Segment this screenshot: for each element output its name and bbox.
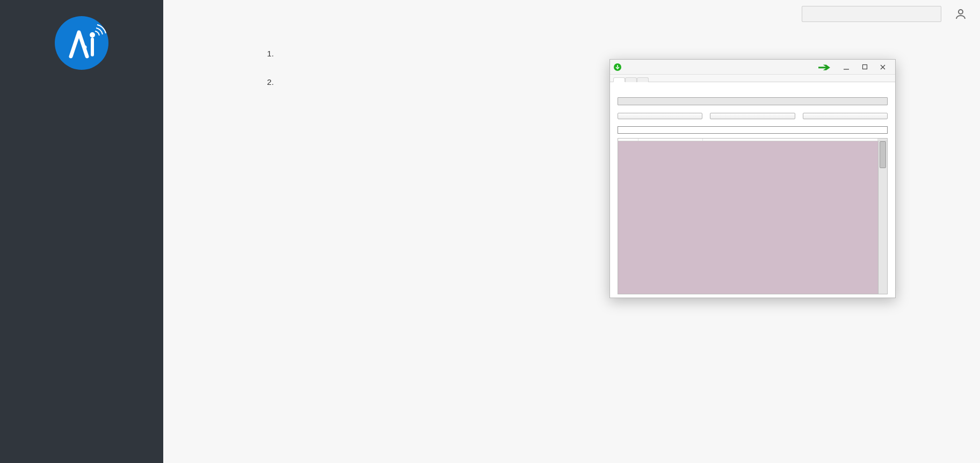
svg-rect-2 [91, 38, 94, 56]
thread-table-body[interactable] [618, 141, 878, 294]
user-icon[interactable] [954, 8, 967, 20]
th-info[interactable] [703, 139, 878, 141]
dialog-body [610, 82, 895, 298]
svg-rect-8 [862, 65, 867, 69]
dialog-tabs [610, 75, 895, 82]
idm-app-icon [613, 63, 622, 71]
scrollbar-gutter [878, 139, 887, 141]
svg-point-0 [83, 46, 87, 49]
logo-icon [55, 16, 108, 70]
dialog-titlebar[interactable]: ➔ [610, 60, 895, 75]
cancel-button[interactable] [803, 113, 888, 119]
progress-bar [618, 97, 888, 105]
idm-brand-arrow-icon: ➔ [818, 61, 831, 74]
tab-speed-limit[interactable] [625, 77, 637, 82]
th-n[interactable] [618, 139, 638, 141]
th-downloaded[interactable] [638, 139, 703, 141]
thread-table [618, 138, 888, 294]
sidebar [0, 0, 163, 463]
logo-wrap [0, 16, 163, 79]
close-button[interactable] [874, 61, 892, 74]
maximize-button[interactable] [855, 61, 874, 74]
minimize-button[interactable] [837, 61, 855, 74]
hide-details-button[interactable] [618, 113, 702, 119]
segment-bar [618, 126, 888, 134]
dialog-button-row [618, 113, 888, 119]
table-scrollbar[interactable] [878, 141, 887, 294]
lang-switch [191, 11, 201, 18]
tab-download-status[interactable] [613, 77, 625, 82]
scrollbar-thumb[interactable] [880, 141, 886, 168]
svg-point-3 [959, 10, 963, 14]
topbar [163, 0, 980, 28]
pause-button[interactable] [710, 113, 795, 119]
svg-point-1 [90, 32, 95, 38]
tab-on-complete[interactable] [637, 77, 649, 82]
download-dialog: ➔ [609, 59, 896, 298]
search-input[interactable] [802, 6, 941, 22]
